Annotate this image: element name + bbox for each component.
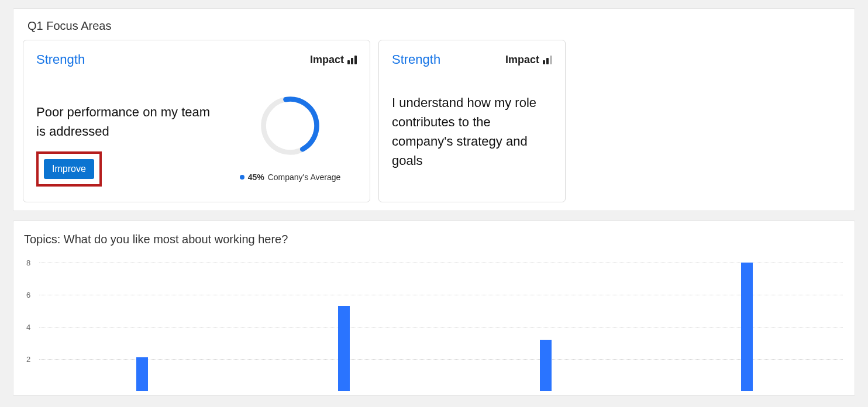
focus-areas-panel: Q1 Focus Areas Strength Impact Poor perf…: [13, 8, 855, 211]
legend-text: Company's Average: [268, 173, 341, 182]
legend-pct: 45%: [248, 173, 264, 182]
gridline: [39, 295, 843, 295]
gridline: [39, 327, 843, 327]
bar: [338, 306, 350, 391]
y-tick-label: 6: [26, 291, 30, 299]
bar: [540, 340, 552, 391]
bars-icon: [347, 55, 357, 64]
topics-title: Topics: What do you like most about work…: [24, 233, 846, 246]
strength-link[interactable]: Strength: [36, 52, 85, 67]
gridline: [39, 263, 843, 263]
impact-label: Impact: [505, 54, 539, 66]
impact-indicator: Impact: [505, 54, 552, 66]
donut-chart-icon: [255, 91, 325, 161]
legend-dot-icon: [240, 175, 244, 180]
bars-icon: [543, 55, 552, 64]
focus-cards-row: Strength Impact Poor performance on my t…: [23, 40, 845, 202]
topics-bar-chart: 2468: [39, 263, 843, 391]
bar: [741, 263, 753, 391]
donut-legend: 45% Company's Average: [240, 173, 341, 182]
card-header: Strength Impact: [36, 52, 357, 67]
focus-card-2: Strength Impact I understand how my role…: [378, 40, 566, 202]
gridline: [39, 359, 843, 360]
strength-link[interactable]: Strength: [392, 52, 440, 67]
card-left-col: Poor performance on my team is addressed…: [36, 73, 212, 189]
card-text: I understand how my role contributes to …: [392, 93, 552, 170]
y-tick-label: 2: [26, 355, 30, 364]
y-tick-label: 4: [26, 323, 30, 332]
focus-areas-title: Q1 Focus Areas: [27, 19, 845, 33]
card-body: Poor performance on my team is addressed…: [36, 73, 357, 189]
bar: [136, 357, 148, 391]
focus-card-1: Strength Impact Poor performance on my t…: [23, 40, 370, 202]
donut-column: 45% Company's Average: [223, 73, 357, 189]
y-tick-label: 8: [26, 258, 30, 267]
topics-panel: Topics: What do you like most about work…: [13, 220, 855, 396]
improve-highlight-box: Improve: [36, 151, 102, 187]
improve-button[interactable]: Improve: [44, 159, 94, 179]
impact-label: Impact: [310, 54, 344, 66]
card-header: Strength Impact: [392, 52, 552, 67]
card-text: Poor performance on my team is addressed: [36, 102, 212, 141]
svg-point-1: [259, 95, 321, 156]
impact-indicator: Impact: [310, 54, 357, 66]
